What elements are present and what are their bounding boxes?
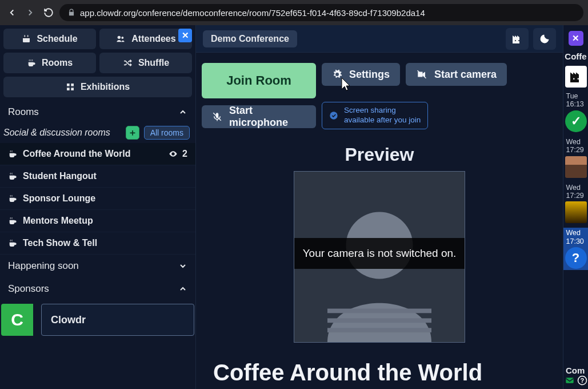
url-text: app.clowdr.org/conference/democonference… <box>80 8 425 18</box>
rail-close-button[interactable]: ✕ <box>569 31 583 46</box>
rooms-label: Rooms <box>42 58 73 68</box>
coffee-icon <box>8 149 17 158</box>
sponsor-name: Clowdr <box>41 304 194 336</box>
mail-icon[interactable] <box>565 376 575 385</box>
start-camera-button[interactable]: Start camera <box>406 63 507 86</box>
sponsors-header[interactable]: Sponsors <box>0 277 195 300</box>
svg-rect-6 <box>67 84 70 86</box>
coffee-icon <box>8 216 17 225</box>
svg-point-16 <box>330 112 337 119</box>
svg-rect-18 <box>327 308 431 313</box>
question-icon: ? <box>565 247 587 269</box>
exhibitions-button[interactable]: Exhibitions <box>3 77 192 97</box>
preview-title: Preview <box>202 144 557 165</box>
help-icon[interactable]: ? <box>577 375 587 386</box>
main-area: Demo Conference Join Room Settings <box>196 25 563 389</box>
forward-arrow-icon[interactable] <box>23 5 38 20</box>
start-camera-label: Start camera <box>434 69 497 81</box>
sidebar-room-item[interactable]: Sponsor Lounge <box>0 188 195 210</box>
sponsors-header-label: Sponsors <box>8 283 49 295</box>
schedule-label: Schedule <box>37 34 77 44</box>
chevron-up-icon <box>178 108 187 117</box>
start-microphone-button[interactable]: Start microphone <box>202 105 316 128</box>
sponsor-card[interactable]: C Clowdr <box>1 304 194 336</box>
dark-mode-toggle[interactable] <box>533 28 556 50</box>
sidebar-room-item[interactable]: Coffee Around the World 2 <box>0 143 195 165</box>
topbar: Demo Conference <box>196 25 563 53</box>
conference-chip[interactable]: Demo Conference <box>203 30 297 47</box>
avatar-thumb <box>565 156 587 178</box>
entry-day: Wed <box>565 229 581 237</box>
screen-note-l2: available after you join <box>344 116 421 124</box>
sidebar-room-item[interactable]: Student Hangout <box>0 165 195 188</box>
entry-time: 16:13 <box>565 100 584 108</box>
check-circle-icon <box>329 111 338 120</box>
svg-rect-9 <box>71 88 74 90</box>
room-label: Mentors Meetup <box>23 216 93 226</box>
join-room-button[interactable]: Join Room <box>202 63 316 98</box>
entry-time: 17:29 <box>565 146 584 154</box>
url-bar[interactable]: app.clowdr.org/conference/democonference… <box>59 4 583 21</box>
sidebar-room-item[interactable]: Tech Show & Tell <box>0 232 195 255</box>
rail-self-avatar[interactable] <box>565 66 587 88</box>
back-arrow-icon[interactable] <box>5 5 19 20</box>
svg-rect-7 <box>71 84 74 86</box>
svg-rect-20 <box>327 328 431 332</box>
room-label: Student Hangout <box>23 171 97 181</box>
svg-point-11 <box>518 40 519 41</box>
entry-day: Wed <box>565 138 581 146</box>
users-icon <box>115 34 126 43</box>
start-microphone-label: Start microphone <box>229 105 306 129</box>
check-icon: ✓ <box>565 110 587 132</box>
grid-icon <box>66 82 75 92</box>
rooms-header-label: Rooms <box>8 106 39 118</box>
svg-rect-23 <box>566 378 573 383</box>
chevron-up-icon <box>178 284 187 293</box>
lock-icon <box>67 9 75 17</box>
screen-note-l1: Screen sharing <box>344 106 396 114</box>
entry-day: Wed <box>565 184 581 192</box>
schedule-button[interactable]: Schedule <box>3 29 96 49</box>
happening-soon-header[interactable]: Happening soon <box>0 255 195 277</box>
happening-soon-label: Happening soon <box>8 260 79 272</box>
rooms-button[interactable]: Rooms <box>3 53 96 73</box>
entry-time: 17:29 <box>565 192 584 200</box>
add-room-button[interactable]: ＋ <box>126 126 139 140</box>
camera-off-icon <box>416 69 427 80</box>
all-rooms-button[interactable]: All rooms <box>144 126 190 140</box>
shuffle-label: Shuffle <box>138 58 169 68</box>
svg-point-22 <box>577 78 579 80</box>
shuffle-button[interactable]: Shuffle <box>99 53 192 73</box>
camera-off-message: Your camera is not switched on. <box>294 238 465 269</box>
svg-text:?: ? <box>580 377 583 384</box>
rooms-section-header[interactable]: Rooms <box>0 101 195 124</box>
rail-message-entry[interactable]: Tue 16:13 ✓ <box>563 91 589 133</box>
coffee-icon <box>8 239 17 248</box>
left-sidebar: ✕ Schedule Attendees Rooms Shuffle Exhib… <box>0 25 196 389</box>
compose-label[interactable]: Com <box>563 366 588 375</box>
svg-rect-19 <box>327 318 431 323</box>
svg-rect-1 <box>23 36 30 38</box>
right-rail: ✕ Coffe Tue 16:13 ✓Wed 17:29 Wed 17:29 W… <box>563 25 588 389</box>
rooms-subheader-label: Social & discussion rooms <box>3 128 110 138</box>
rail-message-entry[interactable]: Wed 17:29 <box>563 182 589 225</box>
reload-icon[interactable] <box>41 5 56 20</box>
gear-icon <box>332 69 342 80</box>
rail-message-entry[interactable]: Wed 17:29 <box>563 137 589 179</box>
sidebar-close-button[interactable]: ✕ <box>178 29 192 42</box>
svg-point-21 <box>573 78 575 80</box>
screen-share-note: Screen sharing available after you join <box>322 102 428 129</box>
rail-room-label: Coffe <box>565 51 586 61</box>
profile-icon[interactable] <box>506 28 529 50</box>
rail-message-entry[interactable]: Wed 17:30 ? <box>563 228 589 270</box>
avatar-thumb <box>565 201 587 223</box>
settings-button[interactable]: Settings <box>322 63 400 86</box>
shuffle-icon <box>122 58 133 68</box>
entry-time: 17:30 <box>565 237 584 245</box>
coffee-icon <box>8 172 17 181</box>
exhibitions-label: Exhibitions <box>81 82 130 92</box>
calendar-icon <box>22 34 31 43</box>
browser-bar: app.clowdr.org/conference/democonference… <box>0 0 588 25</box>
sidebar-room-item[interactable]: Mentors Meetup <box>0 210 195 232</box>
coffee-icon <box>8 194 17 203</box>
